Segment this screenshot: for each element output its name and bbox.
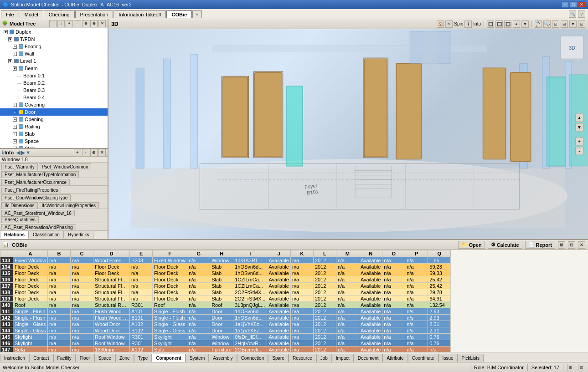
ifc-windowlining-tab[interactable]: IfcWindowLiningProperties <box>39 202 99 209</box>
table-row[interactable]: 134Floor Deckn/an/aFloor Deckn/aFloor De… <box>0 264 451 270</box>
tab-impact[interactable]: Impact <box>332 354 354 362</box>
tree-toolbar-btn6[interactable]: ⊖ <box>90 20 98 27</box>
tree-toolbar-btn1[interactable]: ↑ <box>49 20 57 27</box>
tree-node-duplex[interactable]: ▼ Duplex <box>0 28 108 36</box>
table-row[interactable]: 147Sofan/an/a1830mmA102Sofan/aFurniture2… <box>0 347 451 352</box>
nav-fwd-btn[interactable]: ▶ <box>21 150 25 156</box>
expand-beam[interactable]: ▼ <box>13 66 17 71</box>
cobie-report-btn[interactable]: 📄 Report <box>525 241 555 249</box>
table-row[interactable]: 135Floor Deckn/an/aFloor Deckn/aFloor De… <box>0 270 451 276</box>
tree-toolbar-btn5[interactable]: ⊕ <box>82 20 89 27</box>
expand-tfdn[interactable]: ▼ <box>8 37 12 41</box>
minimize-button[interactable]: ─ <box>562 1 569 8</box>
tree-toolbar-btn2[interactable]: ↓ <box>57 20 65 27</box>
tree-toolbar-btn4[interactable]: - <box>74 20 81 27</box>
tab-issue[interactable]: Issue <box>438 354 458 362</box>
table-row[interactable]: 143Single - Glassn/an/aWood DoorA102Sing… <box>0 321 451 327</box>
col-a[interactable]: A <box>13 250 48 257</box>
menu-cobie[interactable]: COBie <box>166 10 192 18</box>
col-h[interactable]: H <box>210 250 233 257</box>
info-btn3[interactable]: ⊕ <box>90 149 98 156</box>
view-btn7[interactable]: ⊡ <box>578 20 585 28</box>
pset-firerating-tab[interactable]: Pset_FireRatingProperties <box>1 187 61 193</box>
tab-component[interactable]: Component <box>152 354 186 362</box>
expand-opening[interactable]: + <box>13 117 17 122</box>
table-row[interactable]: 137Floor Deckn/an/aStructural Floor Deck… <box>0 283 451 289</box>
tree-node-covering[interactable]: + Covering <box>0 101 108 108</box>
menu-presentation[interactable]: Presentation <box>75 10 113 18</box>
expand-duplex[interactable]: ▼ <box>4 30 8 34</box>
cobie-calculate-btn[interactable]: ⚙ Calculate <box>488 241 522 249</box>
view-home-btn[interactable]: 🏠 <box>437 20 444 28</box>
hyperlinks-tab[interactable]: Hyperlinks <box>64 231 93 239</box>
info-btn1[interactable]: + <box>74 149 81 156</box>
expand-space[interactable]: + <box>13 139 17 143</box>
tab-contact[interactable]: Contact <box>29 354 53 362</box>
status-btn1[interactable]: ⊞ <box>567 364 574 371</box>
tab-picklists[interactable]: PickLists <box>458 354 484 362</box>
col-n[interactable]: N <box>359 250 382 257</box>
col-c[interactable]: C <box>71 250 93 257</box>
tab-type[interactable]: Type <box>134 354 152 362</box>
view-info-btn[interactable]: ℹ <box>464 20 472 28</box>
tree-node-beam02[interactable]: — Beam.0.2 <box>0 79 108 87</box>
nav-back-btn[interactable]: ◀ <box>16 150 20 156</box>
pset-warranty-tab[interactable]: Pset_Warranty <box>1 163 38 170</box>
tab-document[interactable]: Document <box>354 354 383 362</box>
tab-spare[interactable]: Spare <box>268 354 289 362</box>
col-i[interactable]: I <box>233 250 267 257</box>
tab-floor[interactable]: Floor <box>76 354 94 362</box>
classification-tab[interactable]: Classification <box>29 231 64 239</box>
tab-job[interactable]: Job <box>316 354 332 362</box>
tree-node-railing[interactable]: + Railing <box>0 123 108 130</box>
cobie-btn2[interactable]: ⊡ <box>568 241 575 249</box>
tree-node-stair[interactable]: + Stair <box>0 145 108 148</box>
view-btn2[interactable]: 🔲 <box>495 20 503 28</box>
cobie-btn3[interactable]: ✕ <box>578 241 585 249</box>
table-row[interactable]: 141Single - Flushn/an/aFlush Wood DoorA1… <box>0 308 451 315</box>
pset-manufacturertypeinfo-tab[interactable]: Pset_ManufacturerTypeInformation <box>1 171 79 178</box>
tree-node-space[interactable]: + Space <box>0 138 108 145</box>
table-row[interactable]: 142Single - Flushn/an/aFlush Wood DoorB1… <box>0 315 451 321</box>
cobie-btn1[interactable]: ⊞ <box>558 241 565 249</box>
col-b[interactable]: B <box>48 250 71 257</box>
base-quantities-tab[interactable]: BaseQuantities <box>1 216 39 223</box>
tree-node-footing[interactable]: + Footing <box>0 43 108 50</box>
expand-level1[interactable]: ▼ <box>8 59 12 63</box>
expand-door[interactable]: + <box>13 110 17 114</box>
tree-node-tfdn[interactable]: ▼ T/FDN <box>0 36 108 43</box>
view-btn5[interactable]: ▼ <box>521 20 529 28</box>
nav-up-btn[interactable]: ▲ <box>575 113 583 122</box>
tree-node-slab[interactable]: + Slab <box>0 130 108 138</box>
col-e[interactable]: E <box>130 250 153 257</box>
view-spin-btn[interactable]: ↻ <box>445 20 453 28</box>
add-tab-button[interactable]: + <box>192 10 201 18</box>
zoom-fit-btn[interactable]: ⊡ <box>552 20 559 28</box>
table-row[interactable]: 145Skylightn/an/aRoof WindowR301Skylight… <box>0 334 451 340</box>
zoom-out-btn[interactable]: 🔍- <box>543 20 551 28</box>
ifc-dimensions-tab[interactable]: Ifc Dimensions <box>1 202 38 209</box>
ac-pset-renovation-tab[interactable]: AC_Pset_RenovationAndPhasing <box>1 224 76 230</box>
tab-coordinate[interactable]: Coordinate <box>408 354 438 362</box>
col-g[interactable]: G <box>187 250 210 257</box>
ac-pset-storefront-tab[interactable]: AC_Pset_Storefront_Window_16 <box>1 210 75 216</box>
tree-node-wall[interactable]: + Wall <box>0 50 108 57</box>
info-btn2[interactable]: - <box>82 149 89 156</box>
tree-node-beam03[interactable]: — Beam.0.3 <box>0 87 108 94</box>
tab-space[interactable]: Space <box>94 354 115 362</box>
table-row[interactable]: 140Roofn/an/aStructural Roof DeckR301Roo… <box>0 302 451 308</box>
nav-zoom1-btn[interactable]: + <box>575 137 583 145</box>
tab-connection[interactable]: Connection <box>237 354 268 362</box>
expand-footing[interactable]: + <box>13 45 17 49</box>
info-btn4[interactable]: ✕ <box>98 149 106 156</box>
col-d[interactable]: D <box>93 250 130 257</box>
search-btn[interactable]: 🔍 <box>569 10 576 18</box>
tab-resource[interactable]: Resource <box>289 354 316 362</box>
col-l[interactable]: L <box>313 250 336 257</box>
tree-node-level1[interactable]: ▼ Level 1 <box>0 57 108 65</box>
nav-zoom2-btn[interactable]: - <box>575 147 583 155</box>
col-k[interactable]: K <box>290 250 313 257</box>
view-btn1[interactable]: 🔲 <box>487 20 494 28</box>
menu-model[interactable]: Model <box>20 10 43 18</box>
col-p[interactable]: P <box>405 250 428 257</box>
